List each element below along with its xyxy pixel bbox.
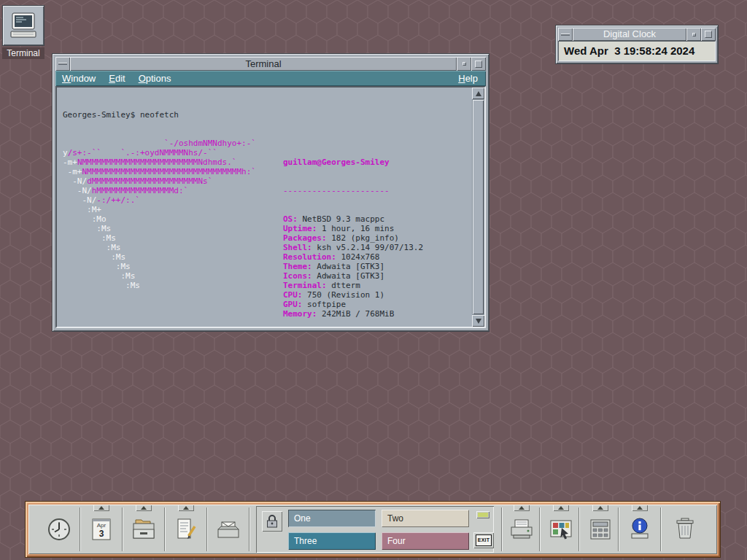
clock-launcher[interactable]: [42, 510, 77, 548]
menu-help[interactable]: Help: [452, 73, 484, 84]
minimize-icon: [692, 33, 696, 36]
neofetch-field: Uptime: 1 hour, 16 mins: [283, 224, 423, 233]
neofetch-field: Memory: 242MiB / 768MiB: [283, 309, 423, 319]
svg-text:3: 3: [99, 529, 104, 539]
maximize-icon: [705, 31, 712, 38]
applications-icon: [587, 516, 614, 542]
terminal-window: Terminal WindowEditOptions Help Georges-…: [53, 54, 489, 331]
busy-light: [476, 511, 489, 518]
panel-separator: [164, 508, 166, 551]
workspace-button-four[interactable]: Four: [382, 532, 469, 550]
menu-options[interactable]: Options: [132, 73, 178, 84]
front-panel-inner: Apr 3: [28, 505, 717, 554]
neofetch-field: OS: NetBSD 9.3 macppc: [283, 214, 423, 224]
panel-separator: [539, 508, 541, 551]
terminal-minimized-icon[interactable]: Terminal: [2, 6, 44, 59]
arrow-down-icon: [476, 319, 481, 324]
neofetch-art: `-/oshdmNMNdhyo+:-`y/s+:-`` `.-:+oydNMMM…: [63, 139, 256, 290]
neofetch-info: guillam@Georges-Smiley -----------------…: [283, 139, 423, 327]
scrollbar-trough[interactable]: [472, 99, 484, 315]
panel-separator: [206, 508, 208, 551]
lock-button[interactable]: [262, 511, 282, 532]
scrollbar-thumb[interactable]: [473, 100, 484, 314]
terminal-titlebar[interactable]: Terminal: [55, 57, 486, 71]
computer-icon: [7, 9, 39, 42]
style-manager-icon: [548, 516, 574, 542]
exit-button-label: EXIT: [476, 534, 492, 546]
window-menu-icon: [561, 34, 570, 36]
clock-window-title: Digital Clock: [573, 28, 686, 41]
panel-separator: [501, 508, 503, 551]
front-panel: Apr 3: [26, 502, 720, 557]
window-menu-icon: [58, 63, 67, 65]
menu-window[interactable]: Window: [55, 73, 102, 84]
file-manager-launcher[interactable]: [126, 510, 161, 548]
minimize-icon: [462, 62, 466, 66]
clock-icon: [46, 516, 72, 542]
maximize-button[interactable]: [701, 28, 716, 41]
arrow-up-icon: [476, 91, 481, 96]
menu-edit[interactable]: Edit: [102, 73, 131, 84]
neofetch-field: Theme: Adwaita [GTK3]: [283, 262, 423, 271]
neofetch-title: guillam@Georges-Smiley: [283, 158, 423, 167]
scrollbar-down-button[interactable]: [472, 315, 484, 327]
calendar-icon: Apr 3: [88, 516, 115, 542]
text-editor-launcher[interactable]: [169, 510, 204, 548]
trash-launcher[interactable]: [667, 510, 703, 548]
terminal-menubar: WindowEditOptions Help: [55, 71, 486, 86]
help-launcher[interactable]: [622, 510, 657, 548]
digital-clock-window: Digital Clock Wed Apr 3 19:58:24 2024: [556, 26, 718, 63]
scrollbar-up-button[interactable]: [472, 88, 484, 99]
terminal-scrollbar[interactable]: [472, 88, 484, 327]
minimize-button[interactable]: [457, 57, 471, 71]
window-menu-button[interactable]: [558, 28, 573, 41]
maximize-button[interactable]: [471, 57, 486, 71]
neofetch-fields: OS: NetBSD 9.3 macppcUptime: 1 hour, 16 …: [283, 214, 423, 319]
workspace-switch: OneTwoThreeFour EXIT: [256, 506, 494, 553]
neofetch-field: Icons: Adwaita [GTK3]: [283, 271, 423, 281]
workspace-button-two[interactable]: Two: [382, 510, 469, 527]
file-manager-icon: [131, 516, 157, 542]
exit-button[interactable]: EXIT: [473, 532, 494, 548]
lock-icon: [263, 513, 281, 530]
panel-separator: [660, 508, 662, 551]
panel-separator: [618, 508, 619, 551]
panel-separator: [122, 508, 123, 551]
panel-separator: [80, 508, 81, 551]
neofetch-field: Resolution: 747x560: [283, 252, 423, 262]
applications-launcher[interactable]: [583, 510, 618, 548]
terminal-icon-plate: [3, 6, 44, 45]
terminal-window-title: Terminal: [70, 57, 457, 71]
neofetch-field: Packages: 182 (pkg_info): [283, 233, 423, 243]
panel-separator: [578, 508, 580, 551]
terminal-history-line: Georges-Smiley$ neofetch: [63, 110, 472, 120]
neofetch-field: CPU: 750 (Revision 1): [283, 290, 423, 300]
svg-text:Apr: Apr: [97, 522, 107, 529]
calendar-launcher[interactable]: Apr 3: [84, 510, 119, 548]
clock-display: Wed Apr 3 19:58:24 2024: [558, 41, 716, 61]
workspace-button-three[interactable]: Three: [288, 532, 376, 550]
mail-launcher[interactable]: [211, 510, 246, 548]
window-menu-button[interactable]: [55, 57, 70, 71]
terminal-content-area[interactable]: Georges-Smiley$ neofetch `-/oshdmNMNdhyo…: [57, 88, 472, 327]
text-editor-icon: [173, 516, 199, 542]
neofetch-field: Terminal: dtterm: [283, 281, 423, 290]
printer-icon: [508, 516, 535, 542]
style-manager-launcher[interactable]: [543, 510, 578, 548]
workspace-button-one[interactable]: One: [288, 510, 376, 527]
help-icon: [627, 516, 653, 542]
desktop: Terminal Digital Clock Wed Apr 3 19:58:2…: [0, 0, 747, 560]
trash-icon: [672, 516, 698, 542]
neofetch-field: Shell: ksh v5.2.14 99/07/13.2: [283, 243, 423, 252]
terminal-icon-label: Terminal: [2, 47, 44, 59]
workspace-grid: OneTwoThreeFour: [288, 510, 469, 550]
neofetch-field: GPU: softpipe: [283, 300, 423, 309]
panel-separator: [249, 508, 250, 551]
menubar-left: WindowEditOptions: [55, 73, 177, 84]
neofetch-underline: ----------------------: [283, 186, 423, 195]
printer-launcher[interactable]: [504, 510, 539, 548]
minimize-button[interactable]: [686, 28, 701, 41]
mail-icon: [215, 516, 241, 542]
clock-titlebar[interactable]: Digital Clock: [558, 28, 716, 41]
maximize-icon: [475, 61, 482, 68]
